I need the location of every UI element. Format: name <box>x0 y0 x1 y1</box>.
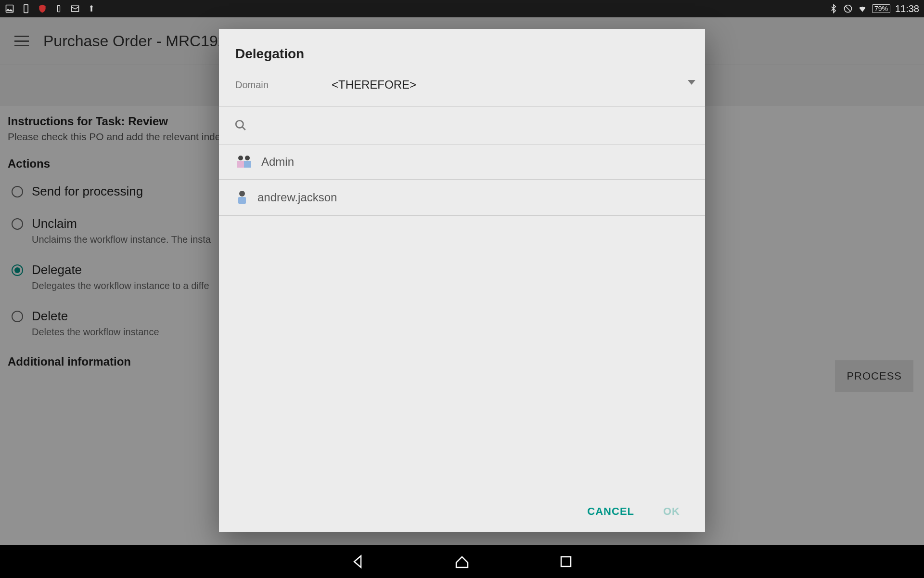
user-name: Admin <box>261 155 294 169</box>
dialog-title: Delegation <box>219 29 705 68</box>
group-icon <box>236 155 252 169</box>
svg-point-9 <box>245 156 250 160</box>
svg-rect-13 <box>238 197 246 204</box>
domain-value: <THEREFORE> <box>332 78 416 92</box>
wifi-icon <box>858 4 867 13</box>
search-icon <box>234 125 247 133</box>
cancel-button[interactable]: CANCEL <box>587 505 634 518</box>
mail-icon <box>70 4 80 13</box>
search-input[interactable] <box>219 106 705 144</box>
navigation-bar <box>0 545 924 578</box>
status-bar: 79% 11:38 <box>0 0 924 17</box>
user-name: andrew.jackson <box>257 191 337 204</box>
chevron-down-icon <box>688 80 695 85</box>
svg-point-7 <box>236 120 243 128</box>
svg-point-12 <box>239 191 245 197</box>
bluetooth-icon <box>829 4 838 13</box>
battery-indicator: 79% <box>872 4 890 13</box>
user-list: Admin andrew.jackson <box>219 144 705 216</box>
svg-rect-11 <box>244 161 251 168</box>
domain-label: Domain <box>235 79 332 91</box>
gallery-icon <box>5 4 14 13</box>
no-sim-icon <box>843 4 853 13</box>
lock-icon <box>87 4 96 13</box>
clock: 11:38 <box>895 3 919 14</box>
svg-rect-14 <box>561 557 571 566</box>
home-button[interactable] <box>453 553 471 570</box>
user-icon <box>236 190 248 205</box>
svg-rect-10 <box>237 161 244 168</box>
svg-rect-2 <box>58 5 60 12</box>
list-item-admin[interactable]: Admin <box>219 144 705 180</box>
svg-point-8 <box>238 156 243 160</box>
domain-selector[interactable]: Domain <THEREFORE> <box>219 68 705 106</box>
usb-icon <box>54 4 64 13</box>
device-icon <box>21 4 31 13</box>
recent-apps-button[interactable] <box>557 553 575 570</box>
svg-rect-5 <box>90 8 92 12</box>
shield-icon <box>38 4 47 13</box>
delegation-dialog: Delegation Domain <THEREFORE> Admin andr… <box>219 29 705 532</box>
ok-button[interactable]: OK <box>663 505 680 518</box>
svg-rect-1 <box>24 5 28 13</box>
list-item-user[interactable]: andrew.jackson <box>219 180 705 216</box>
back-button[interactable] <box>349 553 367 570</box>
